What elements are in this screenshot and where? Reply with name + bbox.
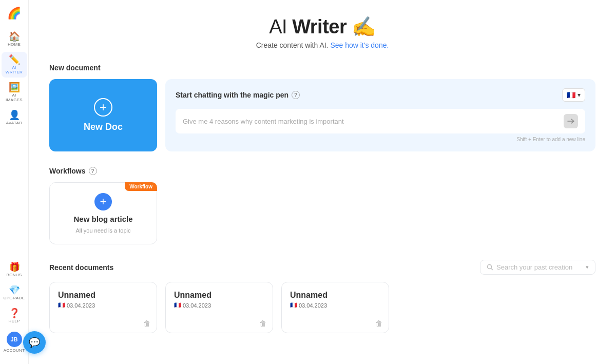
workflow-title: New blog article bbox=[73, 215, 132, 223]
sidebar: 🌈 🏠 HOME ✏️ AI WRITER 🖼️ AI IMAGES 👤 AVA… bbox=[0, 0, 29, 364]
sidebar-item-ai-writer-label: AI WRITER bbox=[4, 65, 25, 74]
magic-pen-lang-selector[interactable]: 🇫🇷 ▾ bbox=[562, 88, 585, 102]
new-doc-plus-icon: + bbox=[94, 98, 112, 117]
account-label: ACCOUNT bbox=[4, 348, 25, 353]
sidebar-item-bonus[interactable]: 🎁 BONUS bbox=[2, 259, 27, 280]
search-caret-icon: ▾ bbox=[586, 264, 589, 271]
sidebar-item-avatar[interactable]: 👤 AVATAR bbox=[2, 107, 27, 128]
doc-delete-button-1[interactable]: 🗑 bbox=[259, 319, 266, 328]
sidebar-item-home[interactable]: 🏠 HOME bbox=[2, 29, 27, 50]
magic-pen-input-wrap bbox=[176, 109, 585, 133]
new-document-title: New document bbox=[49, 64, 595, 72]
logo-icon: 🌈 bbox=[7, 7, 21, 20]
svg-point-0 bbox=[488, 265, 492, 269]
doc-card-2[interactable]: Unnamed 🇫🇷 03.04.2023 🗑 bbox=[281, 282, 389, 333]
doc-cards-row: Unnamed 🇫🇷 03.04.2023 🗑 Unnamed 🇫🇷 03.04… bbox=[49, 282, 595, 333]
magic-pen-help-icon[interactable]: ? bbox=[292, 91, 300, 99]
sidebar-item-ai-images-label: AI IMAGES bbox=[4, 93, 25, 102]
new-doc-button[interactable]: + New Doc bbox=[49, 79, 157, 151]
chat-icon: 💬 bbox=[29, 337, 40, 348]
ai-writer-icon: ✏️ bbox=[9, 55, 20, 64]
workflows-title: Workflows ? bbox=[49, 167, 595, 175]
magic-pen-title: Start chatting with the magic pen ? bbox=[176, 91, 300, 99]
page-title: AI Writer ✍️ bbox=[49, 15, 595, 38]
doc-delete-button-0[interactable]: 🗑 bbox=[143, 319, 150, 328]
page-header: AI Writer ✍️ Create content with AI. See… bbox=[49, 15, 595, 49]
lang-flag: 🇫🇷 bbox=[567, 91, 575, 99]
search-wrap: ▾ bbox=[480, 260, 595, 275]
workflows-help-icon[interactable]: ? bbox=[89, 167, 97, 175]
magic-pen-card: Start chatting with the magic pen ? 🇫🇷 ▾ bbox=[165, 79, 595, 151]
doc-card-date-1: 🇫🇷 03.04.2023 bbox=[174, 302, 264, 309]
sidebar-item-help[interactable]: ❓ HELP bbox=[2, 305, 27, 327]
new-document-row: + New Doc Start chatting with the magic … bbox=[49, 79, 595, 151]
sidebar-item-avatar-label: AVATAR bbox=[6, 121, 22, 125]
doc-delete-button-2[interactable]: 🗑 bbox=[375, 319, 382, 328]
search-input[interactable] bbox=[496, 263, 583, 271]
doc-card-date-0: 🇫🇷 03.04.2023 bbox=[58, 302, 148, 309]
workflow-plus-icon: + bbox=[94, 193, 112, 210]
send-icon bbox=[567, 118, 574, 125]
search-icon bbox=[487, 264, 493, 271]
sidebar-item-help-label: HELP bbox=[8, 319, 20, 323]
new-document-section: New document + New Doc Start chatting wi… bbox=[49, 64, 595, 151]
magic-pen-hint: Shift + Enter to add a new line bbox=[176, 137, 585, 142]
sidebar-item-upgrade[interactable]: 💎 UPGRADE bbox=[2, 282, 27, 303]
how-it-done-link[interactable]: See how it's done. bbox=[330, 41, 389, 49]
title-emoji: ✍️ bbox=[352, 16, 376, 37]
upgrade-icon: 💎 bbox=[9, 285, 20, 295]
magic-pen-input[interactable] bbox=[183, 118, 560, 125]
sidebar-item-bonus-label: BONUS bbox=[7, 273, 22, 277]
home-icon: 🏠 bbox=[9, 32, 20, 41]
workflow-card-blog[interactable]: Workflow + New blog article All you need… bbox=[49, 182, 157, 244]
help-icon: ❓ bbox=[9, 309, 20, 318]
workflow-subtitle: All you need is a topic bbox=[75, 227, 130, 234]
workflow-badge: Workflow bbox=[125, 182, 157, 191]
page-subtitle: Create content with AI. See how it's don… bbox=[49, 41, 595, 49]
magic-pen-send-button[interactable] bbox=[564, 114, 578, 128]
doc-card-title-2: Unnamed bbox=[290, 291, 380, 300]
sidebar-item-upgrade-label: UPGRADE bbox=[4, 296, 25, 300]
doc-flag-0: 🇫🇷 bbox=[58, 302, 65, 309]
doc-card-1[interactable]: Unnamed 🇫🇷 03.04.2023 🗑 bbox=[165, 282, 273, 333]
magic-pen-header: Start chatting with the magic pen ? 🇫🇷 ▾ bbox=[176, 88, 585, 102]
doc-flag-1: 🇫🇷 bbox=[174, 302, 181, 309]
doc-card-date-2: 🇫🇷 03.04.2023 bbox=[290, 302, 380, 309]
bonus-icon: 🎁 bbox=[9, 262, 20, 272]
workflows-row: Workflow + New blog article All you need… bbox=[49, 182, 595, 244]
chat-button[interactable]: 💬 bbox=[23, 331, 46, 354]
title-bold: Writer bbox=[292, 16, 346, 37]
new-doc-label: New Doc bbox=[84, 122, 123, 132]
doc-card-title-0: Unnamed bbox=[58, 291, 148, 300]
title-prefix: AI bbox=[269, 16, 292, 37]
lang-caret-icon: ▾ bbox=[578, 91, 581, 99]
sidebar-item-ai-writer[interactable]: ✏️ AI WRITER bbox=[2, 52, 27, 78]
sidebar-item-ai-images[interactable]: 🖼️ AI IMAGES bbox=[2, 80, 27, 105]
doc-card-0[interactable]: Unnamed 🇫🇷 03.04.2023 🗑 bbox=[49, 282, 157, 333]
recent-documents-section: Recent documents ▾ Unnamed 🇫🇷 03.04.2023… bbox=[49, 260, 595, 333]
sidebar-item-home-label: HOME bbox=[8, 42, 21, 47]
recent-header: Recent documents ▾ bbox=[49, 260, 595, 275]
recent-documents-title: Recent documents bbox=[49, 263, 113, 272]
main-content: AI Writer ✍️ Create content with AI. See… bbox=[29, 0, 616, 364]
avatar[interactable]: JB bbox=[7, 332, 22, 347]
logo[interactable]: 🌈 bbox=[5, 4, 24, 23]
ai-images-icon: 🖼️ bbox=[9, 83, 20, 92]
doc-flag-2: 🇫🇷 bbox=[290, 302, 297, 309]
doc-card-title-1: Unnamed bbox=[174, 291, 264, 300]
avatar-icon: 👤 bbox=[9, 110, 20, 120]
workflows-section: Workflows ? Workflow + New blog article … bbox=[49, 167, 595, 244]
